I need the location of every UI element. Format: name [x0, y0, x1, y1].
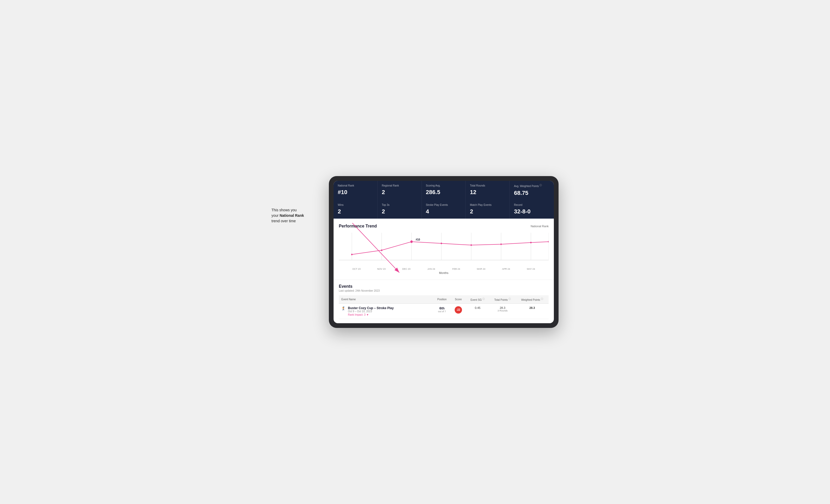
- col-event-name: Event Name: [339, 295, 433, 304]
- col-position: Position: [433, 295, 451, 304]
- event-score: -22: [451, 303, 466, 319]
- col-total-points: Total Points ⓘ: [489, 295, 516, 304]
- event-icon: 🏌: [341, 306, 346, 310]
- events-last-updated: Last updated: 24th November 2023: [339, 289, 549, 292]
- stat-record: Record 32-8-0: [510, 200, 554, 219]
- svg-point-16: [500, 243, 502, 245]
- event-total-points: 28.3 3 Rounds: [489, 303, 516, 319]
- stat-national-rank: National Rank #10: [333, 181, 378, 200]
- stats-row-1: National Rank #10 Regional Rank 2 Scorin…: [333, 181, 554, 200]
- event-weighted-points: 28.3: [516, 303, 549, 319]
- svg-point-14: [441, 243, 442, 244]
- stats-row-2: Wins 2 Top 3s 2 Stroke Play Events 4 Mat…: [333, 200, 554, 219]
- event-position: 6th out of 7: [433, 303, 451, 319]
- stat-avg-weighted-points: Avg. Weighted Points ⓘ 68.75: [510, 181, 554, 200]
- stat-match-play-events: Match Play Events 2: [466, 200, 510, 219]
- x-label-mar24: MAR 24: [469, 268, 494, 270]
- x-label-dec23: DEC 23: [394, 268, 419, 270]
- events-title: Events: [339, 284, 549, 289]
- performance-legend-label: National Rank: [531, 225, 549, 228]
- annotation-text: This shows you your National Rank trend …: [272, 207, 324, 224]
- stat-stroke-play-events: Stroke Play Events 4: [422, 200, 466, 219]
- event-rank-impact: Rank Impact: 3 ▼: [348, 313, 393, 316]
- performance-title: Performance Trend: [339, 224, 377, 229]
- svg-point-13: [410, 240, 413, 243]
- chart-svg: #10: [339, 233, 549, 267]
- svg-point-12: [381, 249, 382, 251]
- event-name-cell: 🏌 Buster Cozy Cup – Stroke Play Oct 9 – …: [339, 303, 433, 319]
- x-label-nov23: NOV 23: [369, 268, 394, 270]
- event-date: Oct 9 – Oct 10, 2023: [348, 310, 393, 313]
- svg-text:#10: #10: [416, 238, 420, 241]
- x-label-may24: MAY 24: [519, 268, 544, 270]
- svg-point-11: [351, 254, 352, 255]
- tablet-screen: National Rank #10 Regional Rank 2 Scorin…: [333, 181, 554, 323]
- stat-scoring-avg: Scoring Avg. 286.5: [422, 181, 466, 200]
- stat-regional-rank: Regional Rank 2: [378, 181, 422, 200]
- rank-arrow-icon: ▼: [366, 313, 369, 316]
- stat-top3s: Top 3s 2: [378, 200, 422, 219]
- x-label-apr24: APR 24: [493, 268, 519, 270]
- chart-axis-label: Months: [339, 271, 549, 274]
- x-label-feb24: FEB 24: [444, 268, 469, 270]
- x-label-jan24: JAN 24: [419, 268, 444, 270]
- col-weighted-points: Weighted Points ⓘ: [516, 295, 549, 304]
- performance-section: Performance Trend National Rank: [333, 219, 554, 280]
- svg-point-15: [471, 244, 472, 246]
- col-event-sg: Event SG ⓘ: [466, 295, 489, 304]
- chart-x-labels: OCT 23 NOV 23 DEC 23 JAN 24 FEB 24 MAR 2…: [339, 268, 549, 270]
- table-row: 🏌 Buster Cozy Cup – Stroke Play Oct 9 – …: [339, 303, 549, 319]
- events-table: Event Name Position Score Event SG ⓘ Tot…: [339, 295, 549, 319]
- events-section: Events Last updated: 24th November 2023 …: [333, 280, 554, 323]
- stat-total-rounds: Total Rounds 12: [466, 181, 510, 200]
- event-name: Buster Cozy Cup – Stroke Play: [348, 306, 393, 310]
- col-score: Score: [451, 295, 466, 304]
- score-badge: -22: [455, 306, 462, 313]
- performance-chart: #10: [339, 233, 549, 267]
- event-sg: 0.45: [466, 303, 489, 319]
- svg-point-17: [530, 242, 532, 243]
- stat-wins: Wins 2: [333, 200, 378, 219]
- x-label-oct23: OCT 23: [344, 268, 369, 270]
- svg-point-18: [548, 241, 549, 242]
- tablet-frame: National Rank #10 Regional Rank 2 Scorin…: [329, 176, 558, 328]
